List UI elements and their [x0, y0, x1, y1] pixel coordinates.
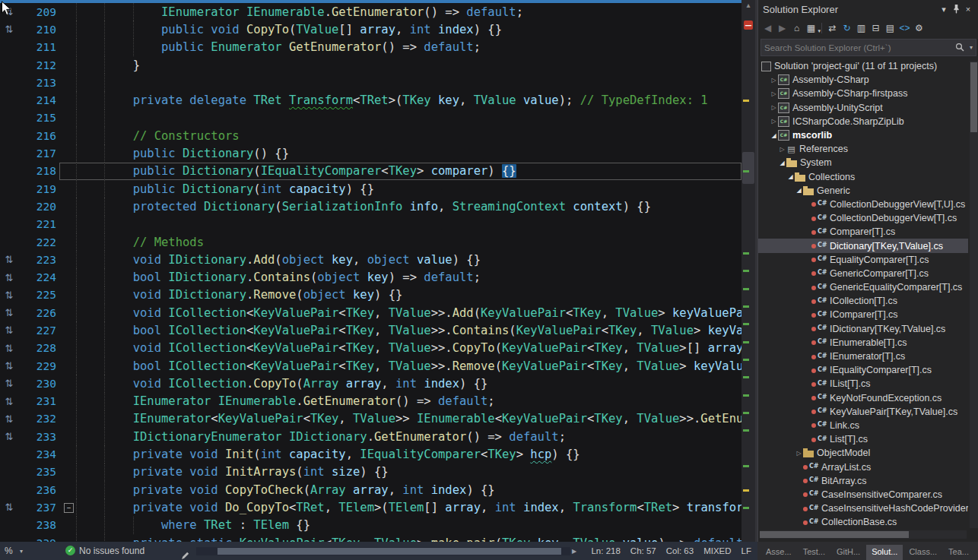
search-icon[interactable] [953, 41, 967, 55]
line-number[interactable]: 220 [18, 201, 59, 213]
line-number[interactable]: 215 [18, 112, 59, 124]
code-text[interactable]: // Constructors [59, 127, 741, 144]
tree-item[interactable]: ICollection[T].cs [758, 294, 968, 308]
line-number[interactable]: 231 [18, 395, 59, 407]
tree-item[interactable]: CaseInsensitiveComparer.cs [758, 488, 968, 501]
line-number[interactable]: 227 [18, 324, 59, 337]
tree-item[interactable]: IEnumerator[T].cs [758, 350, 968, 363]
current-line[interactable]: public Dictionary(IEqualityComparer<TKey… [59, 163, 741, 180]
collapsed-arrow-icon[interactable]: ▷ [770, 104, 778, 111]
interface-impl-icon[interactable]: ⇅ [0, 307, 18, 318]
interface-impl-icon[interactable]: ⇅ [0, 360, 18, 372]
tree-item[interactable]: ◢Generic [758, 184, 968, 198]
code-line[interactable]: ⇅237− private void Do_CopyTo<TRet, TElem… [0, 498, 741, 516]
hscroll-right-icon[interactable]: ▶ [572, 542, 576, 560]
code-text[interactable]: IDictionaryEnumerator IDictionary.GetEnu… [59, 428, 741, 445]
tree-item[interactable]: ArrayList.cs [758, 460, 968, 473]
tree-item[interactable]: ▷C#Assembly-UnityScript [758, 101, 968, 115]
line-number[interactable]: 216 [18, 130, 59, 142]
line-number[interactable]: 217 [18, 147, 59, 160]
tree-hscrollbar[interactable] [760, 530, 967, 539]
tree-item[interactable]: Solution 'project-gui' (11 of 11 project… [758, 59, 968, 73]
collapsed-arrow-icon[interactable]: ▷ [770, 77, 778, 84]
expanded-arrow-icon[interactable]: ◢ [770, 132, 778, 139]
code-line[interactable]: ⇅226 void ICollection<KeyValuePair<TKey,… [0, 304, 741, 321]
expanded-arrow-icon[interactable]: ◢ [778, 160, 786, 166]
eol-indicator[interactable]: LF [741, 546, 751, 555]
line-number[interactable]: 224 [18, 271, 59, 283]
code-text[interactable]: void IDictionary.Add(object key, object … [59, 251, 741, 268]
tree-vscrollbar-thumb[interactable] [970, 62, 977, 132]
tool-window-tab[interactable]: Asse... [760, 545, 797, 560]
close-icon[interactable]: × [962, 5, 974, 14]
code-line[interactable]: ⇅209 IEnumerator IEnumerable.GetEnumerat… [0, 3, 741, 21]
code-text[interactable]: − private void Do_CopyTo<TRet, TElem>(TE… [59, 498, 741, 516]
code-line[interactable]: 239 private static KeyValuePair<TKey, TV… [0, 534, 741, 542]
editor-hscrollbar-thumb[interactable] [218, 548, 561, 555]
tree-item[interactable]: CollectionBase.cs [758, 515, 968, 529]
tree-item[interactable]: KeyValuePair[TKey,TValue].cs [758, 405, 968, 419]
code-line[interactable]: ⇅229 bool ICollection<KeyValuePair<TKey,… [0, 357, 741, 375]
editor-hscrollbar[interactable] [196, 547, 570, 555]
scroll-up-icon[interactable]: ▴ [741, 1, 755, 9]
code-text[interactable]: void IDictionary.Remove(object key) {} [59, 286, 741, 304]
code-text[interactable]: } [59, 56, 741, 74]
dropdown-chevron-icon[interactable]: ▾ [818, 24, 821, 38]
line-indicator[interactable]: Ln: 218 [591, 546, 620, 555]
code-line[interactable]: 213 [0, 74, 741, 91]
tree-item[interactable]: IList[T].cs [758, 377, 968, 391]
line-number[interactable]: 232 [18, 413, 59, 425]
zoom-dropdown-icon[interactable]: ▾ [20, 542, 23, 560]
line-number[interactable]: 235 [18, 466, 59, 478]
expanded-arrow-icon[interactable]: ◢ [786, 173, 795, 180]
collapsed-arrow-icon[interactable]: ▷ [770, 118, 778, 125]
line-number[interactable]: 209 [18, 6, 59, 18]
line-number[interactable]: 219 [18, 183, 59, 195]
code-text[interactable] [59, 109, 741, 127]
code-line[interactable]: 238 where TRet : TElem {} [0, 517, 741, 534]
interface-impl-icon[interactable]: ⇅ [0, 413, 18, 425]
collapsed-arrow-icon[interactable]: ▷ [770, 90, 778, 97]
column-indicator[interactable]: Col: 63 [666, 546, 694, 555]
interface-impl-icon[interactable]: ⇅ [0, 431, 18, 442]
tree-item[interactable]: Dictionary[TKey,TValue].cs [758, 239, 968, 252]
code-text[interactable]: void ICollection<KeyValuePair<TKey, TVal… [59, 304, 741, 321]
code-text[interactable]: // Methods [59, 233, 741, 251]
show-all-files-icon[interactable]: ▤ [883, 21, 897, 35]
code-text[interactable]: void ICollection<KeyValuePair<TKey, TVal… [59, 340, 741, 357]
tree-item[interactable]: KeyNotFoundException.cs [758, 391, 968, 405]
code-text[interactable]: bool ICollection<KeyValuePair<TKey, TVal… [59, 357, 741, 375]
tool-window-tab[interactable]: GitH... [831, 545, 865, 560]
code-line[interactable]: 218 public Dictionary(IEqualityComparer<… [0, 163, 741, 180]
code-line[interactable]: 236 private void CopyToCheck(Array array… [0, 481, 741, 498]
code-line[interactable]: 221 [0, 216, 741, 233]
line-number[interactable]: 238 [18, 519, 59, 531]
pin-icon[interactable] [950, 4, 962, 15]
collapsed-arrow-icon[interactable]: ▷ [795, 450, 803, 457]
tree-item[interactable]: IEqualityComparer[T].cs [758, 363, 968, 377]
code-line[interactable]: 215 [0, 109, 741, 127]
interface-impl-icon[interactable]: ⇅ [0, 272, 18, 283]
line-number[interactable]: 228 [18, 342, 59, 354]
code-text[interactable]: private void Init(int capacity, IEqualit… [59, 445, 741, 463]
tree-item[interactable]: IComparer[T].cs [758, 308, 968, 321]
code-text[interactable]: private delegate TRet Transform<TRet>(TK… [59, 91, 741, 109]
tree-item[interactable]: CollectionDebuggerView[T].cs [758, 211, 968, 225]
switch-views-icon[interactable]: ▦▾ [804, 21, 818, 35]
expanded-arrow-icon[interactable]: ◢ [795, 187, 803, 194]
tree-item[interactable]: ▷ObjectModel [758, 446, 968, 460]
interface-impl-icon[interactable]: ⇅ [0, 24, 18, 35]
home-icon[interactable]: ⌂ [789, 21, 804, 35]
editor-scrollbar[interactable]: ▴ — [741, 0, 755, 542]
code-line[interactable]: 234 private void Init(int capacity, IEqu… [0, 445, 741, 463]
code-text[interactable]: bool ICollection<KeyValuePair<TKey, TVal… [59, 321, 741, 339]
tree-item[interactable]: CollectionDebuggerView[T,U].cs [758, 198, 968, 211]
issues-indicator[interactable]: No issues found [79, 542, 144, 560]
sync-with-active-document-icon[interactable]: ⇄ [825, 21, 840, 35]
tree-item[interactable]: ◢System [758, 156, 968, 169]
line-number[interactable]: 233 [18, 431, 59, 443]
code-line[interactable]: ⇅233 IDictionaryEnumerator IDictionary.G… [0, 428, 741, 445]
interface-impl-icon[interactable]: ⇅ [0, 396, 18, 407]
code-line[interactable]: ⇅223 void IDictionary.Add(object key, ob… [0, 251, 741, 268]
code-text[interactable]: IEnumerator<KeyValuePair<TKey, TValue>> … [59, 410, 741, 428]
